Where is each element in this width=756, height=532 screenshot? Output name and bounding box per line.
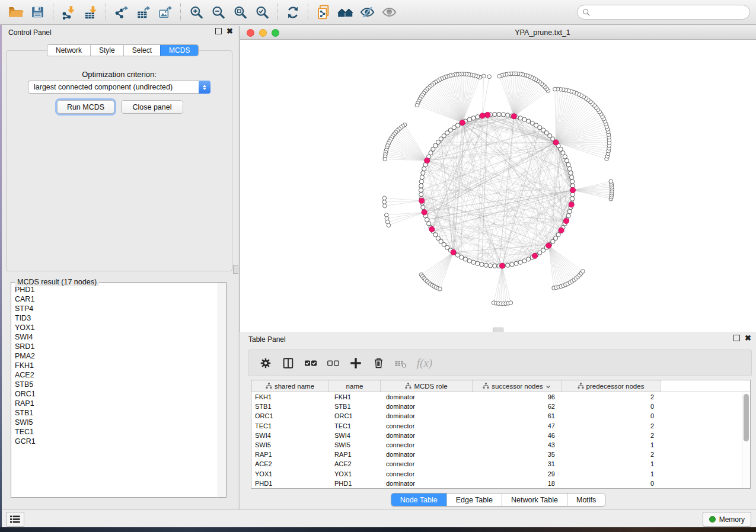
- dropdown-stepper-icon: [199, 81, 210, 94]
- tab-style[interactable]: Style: [90, 45, 123, 56]
- search-input[interactable]: [591, 8, 745, 17]
- mcds-result-item[interactable]: FKH1: [11, 361, 218, 370]
- table-row[interactable]: ORC1ORC1dominator610: [251, 411, 750, 421]
- mcds-result-item[interactable]: TID3: [11, 313, 218, 323]
- close-table-panel-button[interactable]: ✖: [745, 335, 751, 341]
- zoom-out-button[interactable]: [208, 2, 228, 23]
- mcds-result-item[interactable]: TEC1: [11, 427, 218, 437]
- cell-successor-nodes: 96: [473, 392, 562, 402]
- mcds-result-item[interactable]: GCR1: [11, 437, 218, 446]
- table-panel-title: Table Panel: [248, 335, 286, 344]
- tab-network-table[interactable]: Network Table: [502, 493, 567, 506]
- network-canvas[interactable]: [240, 40, 756, 332]
- scrollbar-thumb[interactable]: [744, 394, 749, 441]
- criterion-dropdown[interactable]: largest connected component (undirected): [28, 81, 210, 94]
- float-panel-button[interactable]: [215, 28, 222, 34]
- table-panel-titlebar: Table Panel ✖: [240, 332, 756, 346]
- mcds-result-item[interactable]: RAP1: [11, 399, 218, 408]
- table-row[interactable]: RAP1RAP1dominator352: [251, 450, 750, 459]
- mcds-result-item[interactable]: SWI4: [11, 332, 218, 342]
- refresh-view-button[interactable]: [283, 2, 302, 23]
- table-row[interactable]: FKH1FKH1dominator962: [251, 392, 750, 402]
- tab-network[interactable]: Network: [47, 45, 90, 56]
- zoom-in-button[interactable]: [186, 2, 206, 23]
- table-row[interactable]: ACE2ACE2connector311: [251, 459, 750, 469]
- mcds-result-scrollbar[interactable]: [218, 283, 226, 497]
- network-graph[interactable]: [240, 40, 756, 332]
- close-panel-button[interactable]: ✖: [227, 28, 233, 34]
- zoom-fit-button[interactable]: [230, 2, 250, 23]
- float-table-panel-button[interactable]: [733, 335, 740, 341]
- tab-mcds[interactable]: MCDS: [160, 45, 198, 56]
- import-table-button[interactable]: [81, 2, 100, 23]
- table-row[interactable]: TEC1TEC1connector472: [251, 421, 750, 431]
- hide-selected-button[interactable]: [358, 2, 377, 23]
- export-network-button[interactable]: [111, 2, 131, 23]
- search-neighbors-button[interactable]: [336, 2, 355, 23]
- column-label: successor nodes: [492, 383, 543, 390]
- mcds-result-item[interactable]: STB5: [11, 380, 218, 389]
- houses-icon: [337, 5, 355, 20]
- column-header-successor-nodes[interactable]: successor nodes: [473, 380, 562, 392]
- cell-predecessor-nodes: 2: [562, 431, 661, 440]
- show-hidden-button[interactable]: [379, 2, 399, 23]
- table-options-button[interactable]: [256, 353, 276, 373]
- save-session-button[interactable]: [28, 2, 47, 23]
- tab-select[interactable]: Select: [123, 45, 160, 56]
- delete-column-button[interactable]: [368, 353, 388, 373]
- cell-name: YOX1: [329, 469, 381, 479]
- mcds-result-item[interactable]: ORC1: [11, 389, 218, 399]
- open-file-button[interactable]: [6, 2, 25, 23]
- mcds-result-item[interactable]: YOX1: [11, 323, 218, 332]
- run-mcds-button[interactable]: Run MCDS: [57, 100, 114, 114]
- attribute-tree-icon: [266, 383, 272, 390]
- column-header-predecessor-nodes[interactable]: predecessor nodes: [562, 380, 661, 392]
- show-columns-button[interactable]: [278, 353, 298, 373]
- column-header-MCDS-role[interactable]: MCDS role: [381, 380, 473, 392]
- attribute-tree-icon: [578, 383, 584, 390]
- cell-name: FKH1: [329, 392, 381, 402]
- header-filler: [661, 380, 750, 392]
- table-vertical-scrollbar[interactable]: [742, 392, 750, 488]
- mcds-result-item[interactable]: CAR1: [11, 294, 218, 304]
- tab-edge-table[interactable]: Edge Table: [446, 493, 502, 506]
- open-network-from-ndex-button[interactable]: [314, 2, 333, 23]
- delete-table-button[interactable]: [391, 353, 411, 373]
- table-row[interactable]: SWI4SWI4dominator462: [251, 431, 750, 440]
- toolbar-separator: [180, 4, 181, 21]
- mcds-result-item[interactable]: STP4: [11, 304, 218, 313]
- mcds-result-item[interactable]: SWI5: [11, 418, 218, 427]
- panel-splitter-handle[interactable]: [233, 265, 238, 274]
- network-view-titlebar[interactable]: YPA_prune.txt_1: [240, 26, 756, 40]
- tab-node-table[interactable]: Node Table: [391, 493, 446, 506]
- table-row[interactable]: YOX1YOX1connector291: [251, 469, 750, 479]
- zoom-selected-button[interactable]: [252, 2, 272, 23]
- network-table-splitter-handle[interactable]: [493, 328, 503, 332]
- mcds-result-item[interactable]: PHD1: [11, 285, 218, 294]
- toolbar-separator: [53, 4, 53, 21]
- close-panel-button-2[interactable]: Close panel: [121, 100, 183, 114]
- mcds-result-item[interactable]: STB1: [11, 408, 218, 418]
- export-network-icon: [114, 5, 129, 20]
- tab-motifs[interactable]: Motifs: [567, 493, 605, 506]
- cell-name: ACE2: [329, 459, 381, 469]
- select-all-button[interactable]: [301, 353, 321, 373]
- deselect-all-button[interactable]: [323, 353, 343, 373]
- list-icon: [10, 515, 20, 523]
- export-image-button[interactable]: [155, 2, 175, 23]
- cell-predecessor-nodes: 1: [562, 459, 661, 469]
- export-table-button[interactable]: [133, 2, 153, 23]
- column-header-name[interactable]: name: [329, 380, 381, 392]
- panel-menu-button[interactable]: [6, 512, 24, 527]
- table-row[interactable]: PHD1PHD1dominator180: [251, 479, 750, 488]
- mcds-result-item[interactable]: PMA2: [11, 351, 218, 361]
- memory-button[interactable]: Memory: [703, 512, 751, 527]
- function-builder-button[interactable]: f(x): [413, 353, 433, 373]
- mcds-result-item[interactable]: ACE2: [11, 370, 218, 380]
- import-network-button[interactable]: [59, 2, 78, 23]
- table-row[interactable]: STB1STB1dominator620: [251, 402, 750, 411]
- mcds-result-item[interactable]: SRD1: [11, 342, 218, 351]
- table-row[interactable]: SWI5SWI5connector431: [251, 440, 750, 450]
- column-header-shared-name[interactable]: shared name: [251, 380, 329, 392]
- add-column-button[interactable]: [346, 353, 366, 373]
